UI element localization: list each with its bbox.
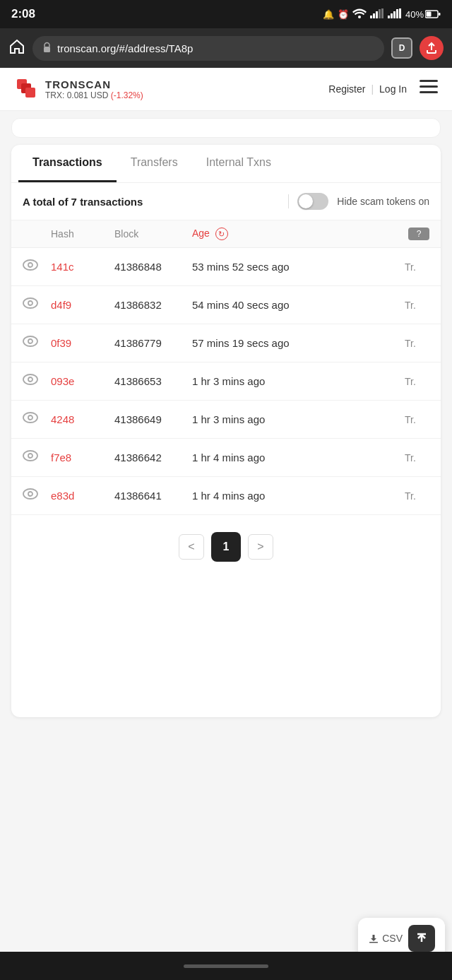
share-button[interactable] [420,36,444,60]
tx-block-4[interactable]: 41386649 [114,413,192,425]
transactions-list: 141c 41386848 53 mins 52 secs ago Tr. d4… [11,248,441,515]
svg-rect-1 [370,16,372,18]
tx-hash-4[interactable]: 4248 [51,413,114,425]
csv-download-button[interactable]: CSV [368,933,403,944]
tab-transactions[interactable]: Transactions [18,145,117,182]
table-row: 0f39 41386779 57 mins 19 secs ago Tr. [11,324,441,362]
browser-bar: tronscan.org/#/address/TA8p D [0,28,452,68]
bottom-nav [0,952,452,980]
trx-price: TRX: 0.081 USD (-1.32%) [45,90,143,100]
tx-hash-6[interactable]: e83d [51,490,114,502]
svg-point-27 [23,374,37,384]
svg-rect-20 [420,91,438,93]
tx-age-3: 1 hr 3 mins ago [192,375,405,387]
svg-point-28 [28,377,32,382]
url-text: tronscan.org/#/address/TA8p [57,42,374,54]
toggle-label: Hide scam tokens on [337,196,429,207]
tx-age-5: 1 hr 4 mins ago [192,451,405,464]
tx-age-4: 1 hr 3 mins ago [192,413,405,425]
hide-scam-toggle[interactable] [297,193,328,210]
tx-hash-0[interactable]: 141c [51,261,114,273]
table-row: 093e 41386653 1 hr 3 mins ago Tr. [11,362,441,401]
table-header: Hash Block Age ↻ ? [11,220,441,248]
table-row: 141c 41386848 53 mins 52 secs ago Tr. [11,248,441,286]
home-button[interactable] [8,39,25,58]
login-link[interactable]: Log In [379,83,407,95]
prev-page-button[interactable]: < [179,534,204,560]
eye-icon-2[interactable] [23,336,51,350]
svg-point-25 [23,336,37,346]
register-link[interactable]: Register [328,83,365,95]
tab-transfers[interactable]: Transfers [117,145,192,182]
alarm-icon: 🔔 [323,9,334,20]
svg-rect-17 [25,88,35,98]
status-bar: 2:08 🔔 ⏰ [0,0,452,28]
eye-icon-1[interactable] [23,297,51,312]
tx-type-6: Tr. [405,490,429,502]
tx-hash-2[interactable]: 0f39 [51,337,114,349]
svg-point-29 [23,413,37,423]
signal-icon [370,8,384,20]
svg-rect-2 [373,13,375,18]
card-partial-top [11,118,441,138]
tx-block-5[interactable]: 41386642 [114,451,192,464]
svg-rect-12 [427,12,432,17]
tx-hash-5[interactable]: f7e8 [51,451,114,464]
tx-hash-3[interactable]: 093e [51,375,114,387]
tx-type-4: Tr. [405,414,429,425]
svg-point-32 [28,454,32,458]
tab-switcher[interactable]: D [391,37,412,59]
signal-icon-2 [388,8,402,20]
svg-rect-35 [369,942,378,943]
svg-point-26 [28,339,32,343]
eye-icon-6[interactable] [23,488,51,503]
address-bar[interactable]: tronscan.org/#/address/TA8p [32,36,384,61]
eye-icon-5[interactable] [23,450,51,465]
hamburger-menu-icon[interactable] [420,80,438,98]
tx-block-0[interactable]: 41386848 [114,261,192,273]
scroll-top-button[interactable] [408,925,435,952]
eye-icon-3[interactable] [23,374,51,389]
tx-block-2[interactable]: 41386779 [114,337,192,349]
eye-icon-0[interactable] [23,259,51,274]
tx-block-3[interactable]: 41386653 [114,375,192,387]
age-refresh-icon[interactable]: ↻ [215,228,228,240]
svg-rect-6 [388,16,390,18]
home-indicator [184,964,268,968]
tx-type-2: Tr. [405,338,429,349]
th-question[interactable]: ? [408,228,429,240]
tabs-row: Transactions Transfers Internal Txns [11,145,441,183]
svg-rect-8 [393,11,396,18]
clock-icon: ⏰ [338,9,349,20]
eye-icon-4[interactable] [23,412,51,427]
tabs-container: Transactions Transfers Internal Txns A t… [11,145,441,717]
svg-rect-14 [44,47,50,52]
battery-icon: 40% [405,9,441,20]
tx-type-1: Tr. [405,300,429,311]
svg-point-0 [358,16,361,18]
tx-age-6: 1 hr 4 mins ago [192,490,405,502]
th-block: Block [114,228,192,240]
tx-type-3: Tr. [405,376,429,387]
tx-hash-1[interactable]: d4f9 [51,299,114,311]
svg-point-24 [28,301,32,305]
total-count: A total of 7 transactions [23,196,280,208]
wifi-icon [352,8,367,20]
header-nav: Register | Log In [328,80,438,98]
current-page: 1 [211,532,241,562]
status-icons: 🔔 ⏰ [323,8,441,20]
logo-text-area: TRONSCAN TRX: 0.081 USD (-1.32%) [45,78,143,100]
th-hash: Hash [51,228,114,240]
svg-point-22 [28,263,32,267]
trx-change: (-1.32%) [111,90,143,100]
svg-rect-3 [376,11,378,18]
table-row: e83d 41386641 1 hr 4 mins ago Tr. [11,477,441,515]
tab-internal-txns[interactable]: Internal Txns [192,145,285,182]
tx-block-6[interactable]: 41386641 [114,490,192,502]
tx-block-1[interactable]: 41386832 [114,299,192,311]
svg-rect-18 [420,80,438,82]
logo-area: TRONSCAN TRX: 0.081 USD (-1.32%) [14,76,143,102]
tronscan-logo [14,76,40,102]
svg-rect-19 [420,85,438,88]
next-page-button[interactable]: > [248,534,273,560]
